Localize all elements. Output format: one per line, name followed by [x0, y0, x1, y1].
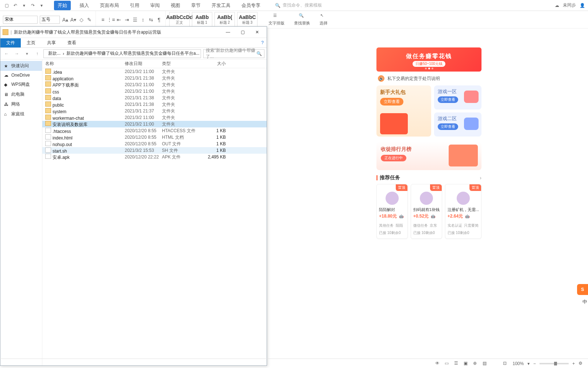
gift-view-button[interactable]: 立即查看 [380, 98, 403, 106]
newbie-gift-card[interactable]: 新手大礼包 立即查看 [376, 85, 431, 137]
fit-width-icon[interactable]: ⊡ [503, 361, 509, 367]
history-drop-icon[interactable]: ▾ [23, 50, 31, 58]
help-icon[interactable]: ? [261, 40, 264, 45]
line-spacing-icon[interactable]: ↕ [140, 16, 146, 23]
new-doc-icon[interactable]: ▢ [3, 2, 10, 9]
redo-drop-icon[interactable]: ▾ [38, 2, 45, 9]
explorer-titlebar[interactable]: | 新款仿趣闲赚牛帮赚了钱众人帮悬赏猫悬赏兔赏金赚每日任务平台app运营版 — … [0, 27, 267, 38]
bullet-list-icon[interactable]: ≡ [100, 16, 106, 23]
file-row[interactable]: index.html2020/12/20 8:55HTML 文档1 KB [42, 134, 267, 141]
view-read-icon[interactable]: ▣ [464, 361, 469, 367]
file-row[interactable]: 安装说明及数据库2021/3/2 11:00文件夹 [42, 121, 267, 127]
settings-icon[interactable]: ⚙ [579, 361, 584, 367]
col-date-header[interactable]: 修改日期 [125, 61, 162, 67]
maximize-button[interactable]: ▢ [235, 27, 250, 37]
select-button[interactable]: ↖选择 [316, 13, 331, 26]
up-button[interactable]: ↑ [33, 50, 41, 58]
more-icon[interactable]: › [480, 175, 481, 181]
file-row[interactable]: application2021/3/1 21:38文件夹 [42, 75, 267, 81]
col-size-header[interactable]: 大小 [204, 61, 229, 67]
undo-icon[interactable]: ↶ [12, 2, 19, 9]
explorer-tab-file[interactable]: 文件 [0, 38, 21, 47]
file-row[interactable]: APP下载界面2021/3/2 11:00文件夹 [42, 81, 267, 88]
style-h3[interactable]: AaBbC标题 3 [237, 12, 258, 27]
zoom-slider[interactable] [539, 363, 569, 364]
minimize-button[interactable]: — [221, 27, 235, 37]
sidebar-network[interactable]: 🖧网络 [0, 99, 42, 109]
view-web-icon[interactable]: ⊕ [473, 361, 479, 367]
breadcrumb-part[interactable]: 新款... [48, 50, 61, 57]
notice-bar[interactable]: 🔊 私下交易的定责于处罚说明 [376, 72, 481, 85]
cloud-sync-icon[interactable]: ☁ [555, 3, 559, 8]
tab-reference[interactable]: 引用 [128, 1, 142, 10]
tab-start[interactable]: 开始 [54, 1, 71, 10]
file-row[interactable]: .htaccess2020/12/20 8:55HTACCESS 文件1 KB [42, 127, 267, 134]
zoom-value[interactable]: 100% [512, 361, 524, 366]
style-h2[interactable]: AaBb(标题 2 [214, 12, 235, 27]
forward-button[interactable]: → [13, 50, 21, 58]
number-list-icon[interactable]: ⋮≡ [108, 16, 114, 23]
font-increase-icon[interactable]: A▴ [62, 16, 69, 23]
find-replace-button[interactable]: 🔍查找替换 [290, 13, 314, 26]
sidebar-homegroup[interactable]: ⌂家庭组 [0, 109, 42, 119]
task-card[interactable]: 置顶 陌陌解封 +18.80元🤖 其他任务 陌陌 已接 10剩余0 [376, 184, 408, 239]
sidebar-this-pc[interactable]: 🖥此电脑 [0, 89, 42, 99]
breadcrumb-part[interactable]: 新款仿趣闲赚牛帮赚了钱众人帮悬赏猫悬赏兔赏金赚每日任务平台a... [66, 50, 200, 57]
font-decrease-icon[interactable]: A▾ [70, 16, 77, 23]
font-name-select[interactable] [3, 16, 38, 24]
explorer-tab-view[interactable]: 查看 [62, 38, 82, 47]
zone1-button[interactable]: 立即查看 [438, 96, 458, 103]
clear-format-icon[interactable]: ◇ [78, 16, 85, 23]
sogou-ime-badge[interactable]: S [577, 284, 588, 295]
file-row[interactable]: .idea2021/3/2 11:00文件夹 [42, 68, 267, 75]
undo-drop-icon[interactable]: ▾ [20, 2, 28, 9]
zone2-button[interactable]: 立即查看 [438, 123, 458, 130]
task-card[interactable]: 置顶 注册矿机，无需... +2.64元🤖 实名认证 只需要简 已接 10剩余0 [445, 184, 481, 239]
explorer-tab-share[interactable]: 共享 [41, 38, 62, 47]
sidebar-wps[interactable]: ◆WPS网盘 [0, 80, 42, 89]
game-zone-2-card[interactable]: 游戏二区 立即查看 [434, 112, 481, 137]
explorer-tab-home[interactable]: 主页 [21, 38, 41, 47]
redo-icon[interactable]: ↷ [29, 2, 36, 9]
zoom-in-button[interactable]: + [572, 361, 575, 366]
address-bar[interactable]: 新款... › 新款仿趣闲赚牛帮赚了钱众人帮悬赏猫悬赏兔赏金赚每日任务平台a..… [43, 49, 201, 58]
file-row[interactable]: 安卓.apk2020/12/20 22:22APK 文件2,495 KB [42, 154, 267, 160]
sidebar-quick-access[interactable]: ★快速访问 [0, 61, 42, 71]
explorer-search[interactable]: 搜索"新款仿趣闲赚牛帮赚了... 🔍 [203, 49, 264, 58]
file-row[interactable]: start.sh2021/3/2 15:53SH 文件1 KB [42, 147, 267, 154]
sidebar-onedrive[interactable]: ☁OneDrive [0, 71, 42, 80]
tab-review[interactable]: 审阅 [148, 1, 162, 10]
tab-view[interactable]: 视图 [169, 1, 182, 10]
indent-inc-icon[interactable]: ⇥ [124, 16, 130, 23]
view-outline-icon[interactable]: ☰ [454, 361, 460, 367]
user-icon[interactable]: 👤 [580, 3, 585, 8]
command-search[interactable]: 🔍 查找命令、搜索模板 [275, 2, 322, 8]
paragraph-icon[interactable]: ¶ [156, 16, 162, 23]
tab-section[interactable]: 章节 [189, 1, 203, 10]
file-row[interactable]: public2021/3/1 21:38文件夹 [42, 101, 267, 108]
tab-member[interactable]: 会员专享 [239, 1, 263, 10]
game-zone-1-card[interactable]: 游戏一区 立即查看 [434, 85, 481, 110]
view-print-icon[interactable]: ▭ [445, 361, 450, 367]
style-h1[interactable]: AaBb标题 1 [192, 12, 212, 27]
align-toggle-icon[interactable]: ⇆ [148, 16, 154, 23]
file-row[interactable]: workerman-chat2021/3/2 11:00文件夹 [42, 114, 267, 121]
back-button[interactable]: ← [3, 50, 11, 58]
file-row[interactable]: system2021/3/1 21:37文件夹 [42, 108, 267, 114]
zoom-drop-icon[interactable]: ▾ [527, 361, 530, 366]
view-draft-icon[interactable]: ▤ [483, 361, 488, 367]
zoom-out-button[interactable]: − [533, 361, 536, 366]
file-row[interactable]: css2021/3/2 11:00文件夹 [42, 88, 267, 95]
tab-layout[interactable]: 页面布局 [98, 1, 121, 10]
col-type-header[interactable]: 类型 [162, 61, 204, 67]
ranking-card[interactable]: 收徒排行月榜 正在进行中 [376, 142, 481, 170]
text-layout-button[interactable]: ☰文字排版 [265, 13, 288, 26]
task-card[interactable]: 置顶 扫码就有1块钱 +0.52元🤖 微信任务 京东 已接 10剩余0 [411, 184, 442, 239]
close-button[interactable]: ✕ [250, 27, 264, 37]
file-row[interactable]: data2021/3/1 21:38文件夹 [42, 95, 267, 101]
indent-dec-icon[interactable]: ⇤ [116, 16, 122, 23]
eye-icon[interactable]: 👁 [435, 361, 441, 367]
format-painter-icon[interactable]: ✎ [86, 16, 93, 23]
file-row[interactable]: nohup.out2020/12/20 8:55OUT 文件1 KB [42, 141, 267, 147]
font-size-select[interactable] [40, 16, 60, 24]
